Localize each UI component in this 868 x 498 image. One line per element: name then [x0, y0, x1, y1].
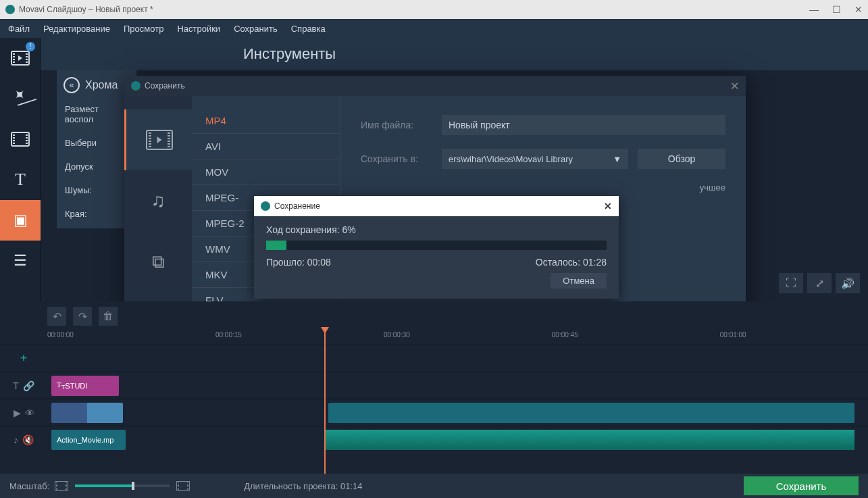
timeline-ruler: 00:00:00 00:00:15 00:00:30 00:00:45 00:0… [47, 331, 861, 343]
menu-view[interactable]: Просмотр [124, 24, 163, 34]
save-button[interactable]: Сохранить [744, 476, 859, 495]
wand-icon: ✦╱ [7, 85, 34, 112]
remaining-time: Осталось: 01:28 [536, 257, 607, 268]
format-mp4[interactable]: MP4 [192, 108, 340, 134]
app-logo-icon [261, 201, 270, 211]
window-titlebar: Movavi Слайдшоу – Новый проект * — ☐ ✕ [0, 0, 868, 19]
menu-edit[interactable]: Редактирование [43, 24, 110, 34]
devices-icon: ⧉ [152, 251, 165, 272]
progress-dialog: Сохранение ✕ Ход сохранения: 6% Прошло: … [254, 196, 619, 299]
tab-devices[interactable]: ⧉ [124, 231, 192, 292]
player-controls: ⛶ ⤢ 🔊 [779, 273, 860, 293]
track-text[interactable]: T🔗 TT STUDI [0, 372, 868, 399]
tool-titles[interactable]: T [0, 159, 41, 200]
sticker-icon: ▣ [14, 211, 28, 229]
undo-button[interactable]: ↶ [47, 307, 66, 326]
close-button[interactable]: ✕ [854, 4, 863, 15]
progress-fill [266, 241, 286, 250]
progress-titlebar: Сохранение ✕ [254, 196, 619, 216]
menu-file[interactable]: Файл [8, 24, 30, 34]
progress-close[interactable]: ✕ [604, 201, 612, 211]
ruler-mark: 00:00:15 [215, 331, 242, 343]
tool-transitions[interactable] [0, 119, 41, 159]
playhead[interactable] [324, 331, 326, 474]
zoom-out-icon[interactable] [55, 481, 68, 491]
mute-icon: 🔇 [22, 434, 34, 445]
minimize-button[interactable]: — [809, 4, 819, 15]
ruler-mark: 00:00:00 [47, 331, 74, 343]
menubar: Файл Редактирование Просмотр Настройки С… [0, 19, 868, 38]
expand-button[interactable]: ⛶ [779, 273, 803, 293]
progress-status: Ход сохранения: 6% [266, 224, 607, 235]
text-clip[interactable]: TT STUDI [51, 376, 119, 396]
audio-track-icon: ♪ [14, 434, 18, 445]
quality-note: учшее [361, 182, 725, 193]
ruler-mark: 00:01:00 [720, 331, 746, 343]
menu-help[interactable]: Справка [291, 24, 326, 34]
menu-save[interactable]: Сохранить [234, 24, 278, 34]
tool-stickers[interactable]: ▣ [0, 200, 41, 241]
link-icon: 🔗 [23, 380, 34, 391]
audio-waveform[interactable] [324, 430, 854, 450]
audio-clip[interactable]: Action_Movie.mp [51, 430, 126, 450]
add-track-button[interactable]: + [20, 351, 28, 366]
duration-label: Длительность проекта: 01:14 [244, 481, 362, 491]
format-mov[interactable]: MOV [192, 159, 340, 185]
eye-icon: 👁 [25, 407, 34, 418]
video-track-icon: ▶ [14, 407, 21, 418]
video-icon [146, 130, 173, 150]
track-add: + [0, 345, 868, 372]
timeline: ↶ ↷ 🗑 00:00:00 00:00:15 00:00:30 00:00:4… [0, 301, 868, 474]
ruler-mark: 00:00:45 [552, 331, 578, 343]
save-to-label: Сохранить в: [361, 153, 442, 164]
text-icon: T [15, 170, 26, 190]
zoom-label: Масштаб: [9, 481, 49, 491]
timeline-tools: ↶ ↷ 🗑 [47, 307, 118, 326]
app-logo-icon [5, 5, 15, 14]
tool-media[interactable]: ! [0, 38, 41, 78]
zoom-in-icon[interactable] [176, 481, 190, 491]
track-audio[interactable]: ♪🔇 Action_Movie.mp [0, 426, 868, 453]
list-icon: ☰ [14, 252, 27, 270]
text-track-icon: T [13, 380, 19, 391]
menu-settings[interactable]: Настройки [177, 24, 220, 34]
tool-more[interactable]: ☰ [0, 241, 41, 281]
tab-audio[interactable]: ♫ [124, 170, 192, 231]
instruments-panel-header: Инструменты [41, 38, 868, 70]
redo-button[interactable]: ↷ [73, 307, 92, 326]
track-video[interactable]: ▶👁 [0, 399, 868, 426]
video-clip[interactable] [51, 403, 123, 423]
save-dialog-title: Сохранить [145, 81, 185, 91]
notification-badge-icon: ! [26, 42, 35, 51]
delete-button[interactable]: 🗑 [99, 307, 118, 326]
bottom-bar: Масштаб: Длительность проекта: 01:14 Сох… [0, 474, 868, 498]
filename-input[interactable] [442, 115, 725, 135]
progress-bar [266, 241, 607, 250]
zoom-slider[interactable] [75, 484, 170, 487]
window-title: Movavi Слайдшоу – Новый проект * [19, 5, 153, 14]
format-avi[interactable]: AVI [192, 134, 340, 159]
browse-button[interactable]: Обзор [638, 149, 725, 169]
instruments-title: Инструменты [243, 45, 336, 63]
fullscreen-button[interactable]: ⤢ [807, 273, 832, 293]
app-logo-icon [131, 81, 141, 91]
volume-button[interactable]: 🔊 [836, 273, 860, 293]
video-clip-2[interactable] [328, 403, 854, 423]
maximize-button[interactable]: ☐ [832, 4, 841, 15]
save-dialog-close[interactable]: ✕ [730, 80, 739, 93]
ruler-mark: 00:00:30 [384, 331, 410, 343]
filename-label: Имя файла: [361, 120, 442, 130]
filmstrip-icon [11, 132, 30, 147]
chroma-title: Хрома [85, 79, 118, 91]
save-dialog-titlebar: Сохранить ✕ [124, 76, 746, 96]
progress-title: Сохранение [274, 201, 320, 211]
tab-video[interactable] [124, 109, 192, 170]
cancel-button[interactable]: Отмена [551, 273, 607, 289]
elapsed-time: Прошло: 00:08 [266, 257, 331, 268]
back-button[interactable]: « [63, 77, 80, 93]
chevron-down-icon: ▼ [613, 154, 621, 164]
music-note-icon: ♫ [151, 190, 165, 211]
save-to-select[interactable]: ers\wihar\Videos\Movavi Library▼ [442, 149, 628, 169]
tool-effects[interactable]: ✦╱ [0, 78, 41, 119]
